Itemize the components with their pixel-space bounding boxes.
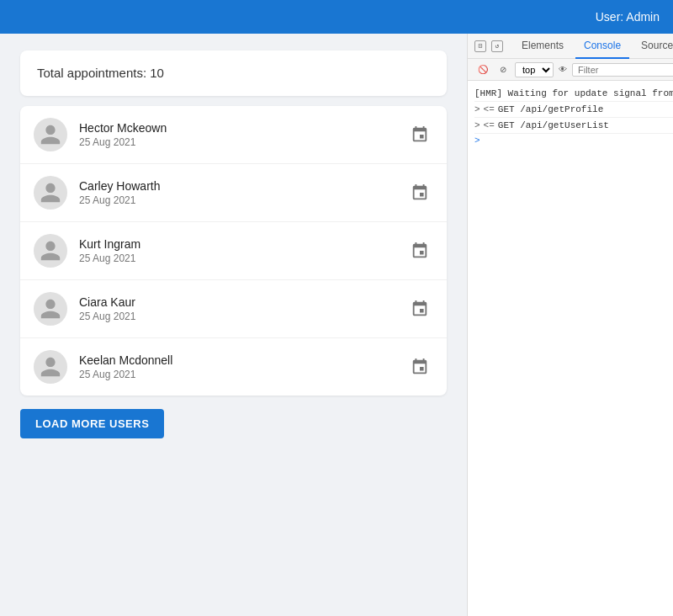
user-row[interactable]: Keelan Mcdonnell 25 Aug 2021	[20, 338, 447, 396]
console-line: > <= GET /api/getUserList	[474, 118, 673, 134]
user-info: Carley Howarth 25 Aug 2021	[79, 179, 406, 206]
console-arrow: >	[474, 102, 480, 117]
console-line-text: GET /api/getUserList	[498, 118, 609, 133]
devtools-level-select[interactable]: top	[515, 62, 554, 77]
user-name: Carley Howarth	[79, 179, 406, 193]
console-line-text: [HMR] Waiting for update signal from WDS…	[474, 86, 673, 101]
user-info: Kurt Ingram 25 Aug 2021	[79, 237, 406, 264]
avatar	[34, 292, 67, 326]
left-panel: Total appointments: 10 Hector Mckeown 25…	[0, 34, 467, 616]
user-info: Keelan Mcdonnell 25 Aug 2021	[79, 353, 406, 380]
devtools-filter-container	[572, 63, 673, 77]
devtools-tabs-bar: ⊡ ↺ Elements Console Sources Network	[468, 34, 673, 59]
console-arrow: >	[474, 118, 480, 133]
main-layout: Total appointments: 10 Hector Mckeown 25…	[0, 34, 673, 616]
calendar-icon[interactable]	[406, 179, 433, 206]
user-name: Keelan Mcdonnell	[79, 353, 406, 367]
devtools-refresh-icon[interactable]: ↺	[491, 40, 503, 52]
app-header: User: Admin	[0, 0, 673, 34]
user-name: Hector Mckeown	[79, 121, 406, 135]
load-more-users-button[interactable]: LOAD MORE USERS	[20, 409, 164, 438]
console-prefix: <=	[484, 102, 495, 117]
avatar	[34, 176, 67, 210]
console-prefix: <=	[484, 118, 495, 133]
avatar	[34, 350, 67, 384]
devtools-filter-input[interactable]	[578, 65, 673, 75]
header-user-label: User: Admin	[596, 10, 660, 24]
devtools-panel: ⊡ ↺ Elements Console Sources Network 🚫 ⊘…	[467, 34, 673, 616]
devtools-clear-button[interactable]: 🚫	[474, 63, 491, 76]
tab-console[interactable]: Console	[575, 34, 629, 59]
tab-elements[interactable]: Elements	[513, 34, 572, 59]
user-name: Kurt Ingram	[79, 237, 406, 251]
devtools-icon-group: ⊡ ↺	[474, 40, 503, 52]
user-name: Ciara Kaur	[79, 295, 406, 309]
user-date: 25 Aug 2021	[79, 369, 406, 380]
console-line: > <= GET /api/getProfile	[474, 102, 673, 118]
console-output: [HMR] Waiting for update signal from WDS…	[468, 81, 673, 616]
avatar	[34, 234, 67, 268]
user-date: 25 Aug 2021	[79, 252, 406, 264]
user-row[interactable]: Hector Mckeown 25 Aug 2021	[20, 106, 447, 164]
user-date: 25 Aug 2021	[79, 194, 406, 206]
devtools-toolbar: 🚫 ⊘ top 👁	[468, 59, 673, 81]
user-row[interactable]: Ciara Kaur 25 Aug 2021	[20, 280, 447, 338]
calendar-icon[interactable]	[406, 295, 433, 322]
user-date: 25 Aug 2021	[79, 311, 406, 322]
tab-sources[interactable]: Sources	[633, 34, 673, 59]
user-row[interactable]: Carley Howarth 25 Aug 2021	[20, 164, 447, 222]
devtools-eye-icon[interactable]: 👁	[559, 65, 567, 75]
console-prompt[interactable]: >	[474, 134, 673, 147]
calendar-icon[interactable]	[406, 353, 433, 380]
avatar	[34, 118, 67, 151]
console-line: [HMR] Waiting for update signal from WDS…	[474, 86, 673, 102]
devtools-stop-button[interactable]: ⊘	[496, 63, 510, 76]
user-date: 25 Aug 2021	[79, 136, 406, 148]
user-row[interactable]: Kurt Ingram 25 Aug 2021	[20, 222, 447, 280]
console-line-text: GET /api/getProfile	[498, 102, 603, 117]
calendar-icon[interactable]	[406, 237, 433, 264]
user-info: Hector Mckeown 25 Aug 2021	[79, 121, 406, 148]
calendar-icon[interactable]	[406, 121, 433, 148]
devtools-dock-icon[interactable]: ⊡	[474, 40, 486, 52]
summary-text: Total appointments: 10	[37, 66, 164, 80]
summary-card: Total appointments: 10	[20, 50, 447, 96]
user-info: Ciara Kaur 25 Aug 2021	[79, 295, 406, 322]
users-list-card: Hector Mckeown 25 Aug 2021 Carley Howart…	[20, 106, 447, 396]
